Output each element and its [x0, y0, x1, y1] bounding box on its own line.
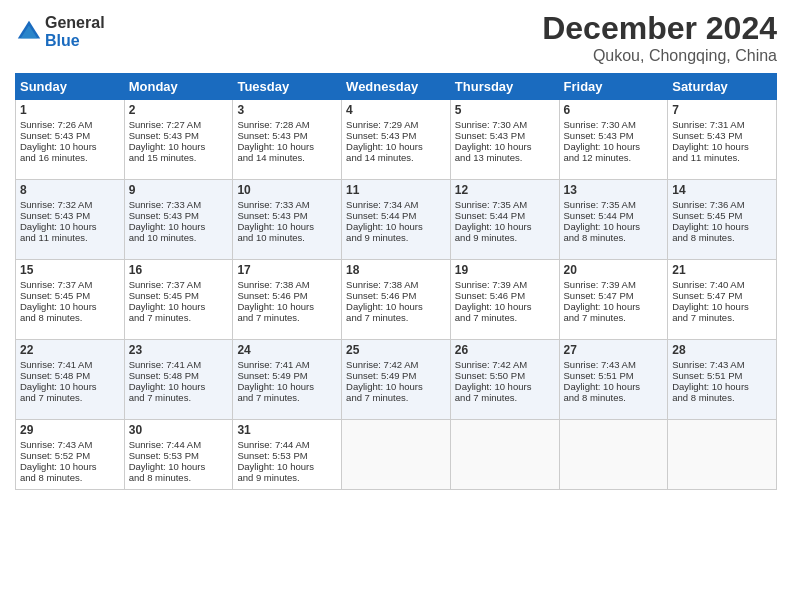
day-info: and 8 minutes.: [564, 232, 664, 243]
day-info: and 9 minutes.: [346, 232, 446, 243]
day-info: Sunrise: 7:43 AM: [20, 439, 120, 450]
day-number: 18: [346, 263, 446, 277]
day-number: 31: [237, 423, 337, 437]
day-info: and 15 minutes.: [129, 152, 229, 163]
header-wednesday: Wednesday: [342, 74, 451, 100]
header-sunday: Sunday: [16, 74, 125, 100]
day-info: and 13 minutes.: [455, 152, 555, 163]
day-info: Sunrise: 7:41 AM: [20, 359, 120, 370]
calendar-cell: [342, 420, 451, 490]
day-info: Sunrise: 7:38 AM: [237, 279, 337, 290]
day-info: Sunset: 5:43 PM: [20, 210, 120, 221]
day-info: Sunrise: 7:34 AM: [346, 199, 446, 210]
day-info: Sunset: 5:48 PM: [129, 370, 229, 381]
calendar-cell: 26Sunrise: 7:42 AMSunset: 5:50 PMDayligh…: [450, 340, 559, 420]
day-info: and 7 minutes.: [455, 392, 555, 403]
calendar-cell: 14Sunrise: 7:36 AMSunset: 5:45 PMDayligh…: [668, 180, 777, 260]
day-info: Sunrise: 7:33 AM: [237, 199, 337, 210]
day-number: 1: [20, 103, 120, 117]
day-info: Daylight: 10 hours: [237, 461, 337, 472]
calendar-cell: 24Sunrise: 7:41 AMSunset: 5:49 PMDayligh…: [233, 340, 342, 420]
day-info: Daylight: 10 hours: [672, 381, 772, 392]
day-info: Sunrise: 7:42 AM: [455, 359, 555, 370]
day-info: and 7 minutes.: [346, 392, 446, 403]
calendar-cell: [559, 420, 668, 490]
calendar-cell: [668, 420, 777, 490]
logo-icon: [15, 18, 43, 46]
day-info: Sunset: 5:45 PM: [672, 210, 772, 221]
day-number: 9: [129, 183, 229, 197]
day-info: and 7 minutes.: [237, 392, 337, 403]
day-info: Sunset: 5:45 PM: [20, 290, 120, 301]
day-info: Sunrise: 7:35 AM: [564, 199, 664, 210]
day-info: and 10 minutes.: [237, 232, 337, 243]
day-info: and 11 minutes.: [20, 232, 120, 243]
day-info: Daylight: 10 hours: [20, 141, 120, 152]
day-info: and 7 minutes.: [346, 312, 446, 323]
calendar-cell: 30Sunrise: 7:44 AMSunset: 5:53 PMDayligh…: [124, 420, 233, 490]
day-info: Sunrise: 7:42 AM: [346, 359, 446, 370]
day-info: Sunrise: 7:43 AM: [564, 359, 664, 370]
day-info: Sunrise: 7:40 AM: [672, 279, 772, 290]
day-number: 27: [564, 343, 664, 357]
day-info: Daylight: 10 hours: [455, 141, 555, 152]
calendar-cell: 22Sunrise: 7:41 AMSunset: 5:48 PMDayligh…: [16, 340, 125, 420]
calendar-cell: 31Sunrise: 7:44 AMSunset: 5:53 PMDayligh…: [233, 420, 342, 490]
day-info: Daylight: 10 hours: [237, 301, 337, 312]
day-number: 24: [237, 343, 337, 357]
day-info: Sunrise: 7:43 AM: [672, 359, 772, 370]
day-info: Sunset: 5:43 PM: [129, 210, 229, 221]
calendar-cell: 17Sunrise: 7:38 AMSunset: 5:46 PMDayligh…: [233, 260, 342, 340]
day-info: Sunrise: 7:35 AM: [455, 199, 555, 210]
day-info: Sunrise: 7:30 AM: [455, 119, 555, 130]
title-section: December 2024 Qukou, Chongqing, China: [542, 10, 777, 65]
day-number: 15: [20, 263, 120, 277]
day-info: Daylight: 10 hours: [129, 461, 229, 472]
day-info: Daylight: 10 hours: [237, 381, 337, 392]
day-info: Daylight: 10 hours: [20, 221, 120, 232]
day-info: Daylight: 10 hours: [564, 301, 664, 312]
day-info: Sunrise: 7:29 AM: [346, 119, 446, 130]
day-info: Sunset: 5:43 PM: [672, 130, 772, 141]
day-info: and 8 minutes.: [672, 392, 772, 403]
day-info: Sunset: 5:47 PM: [672, 290, 772, 301]
day-info: Sunset: 5:43 PM: [564, 130, 664, 141]
day-info: Sunset: 5:43 PM: [237, 210, 337, 221]
day-number: 3: [237, 103, 337, 117]
calendar-cell: 19Sunrise: 7:39 AMSunset: 5:46 PMDayligh…: [450, 260, 559, 340]
day-info: Sunset: 5:52 PM: [20, 450, 120, 461]
day-number: 13: [564, 183, 664, 197]
day-info: Sunset: 5:43 PM: [346, 130, 446, 141]
day-info: Sunset: 5:53 PM: [129, 450, 229, 461]
calendar-cell: 25Sunrise: 7:42 AMSunset: 5:49 PMDayligh…: [342, 340, 451, 420]
day-info: Sunset: 5:49 PM: [237, 370, 337, 381]
day-info: Sunrise: 7:28 AM: [237, 119, 337, 130]
day-number: 22: [20, 343, 120, 357]
day-info: Sunset: 5:43 PM: [20, 130, 120, 141]
day-info: and 10 minutes.: [129, 232, 229, 243]
day-info: and 8 minutes.: [564, 392, 664, 403]
day-info: and 11 minutes.: [672, 152, 772, 163]
day-number: 17: [237, 263, 337, 277]
day-info: Sunset: 5:51 PM: [672, 370, 772, 381]
day-info: Daylight: 10 hours: [455, 221, 555, 232]
day-info: and 8 minutes.: [20, 312, 120, 323]
day-info: and 7 minutes.: [237, 312, 337, 323]
calendar-cell: [450, 420, 559, 490]
day-info: Sunset: 5:44 PM: [455, 210, 555, 221]
day-info: Sunrise: 7:31 AM: [672, 119, 772, 130]
day-info: Sunset: 5:47 PM: [564, 290, 664, 301]
day-info: Daylight: 10 hours: [346, 141, 446, 152]
calendar-cell: 27Sunrise: 7:43 AMSunset: 5:51 PMDayligh…: [559, 340, 668, 420]
day-info: Daylight: 10 hours: [455, 301, 555, 312]
calendar-cell: 18Sunrise: 7:38 AMSunset: 5:46 PMDayligh…: [342, 260, 451, 340]
day-info: Daylight: 10 hours: [672, 141, 772, 152]
calendar-cell: 21Sunrise: 7:40 AMSunset: 5:47 PMDayligh…: [668, 260, 777, 340]
day-info: Sunset: 5:43 PM: [455, 130, 555, 141]
day-info: Sunset: 5:43 PM: [129, 130, 229, 141]
header-thursday: Thursday: [450, 74, 559, 100]
day-info: Sunrise: 7:44 AM: [129, 439, 229, 450]
day-info: Sunset: 5:50 PM: [455, 370, 555, 381]
calendar-cell: 2Sunrise: 7:27 AMSunset: 5:43 PMDaylight…: [124, 100, 233, 180]
day-info: Daylight: 10 hours: [129, 301, 229, 312]
